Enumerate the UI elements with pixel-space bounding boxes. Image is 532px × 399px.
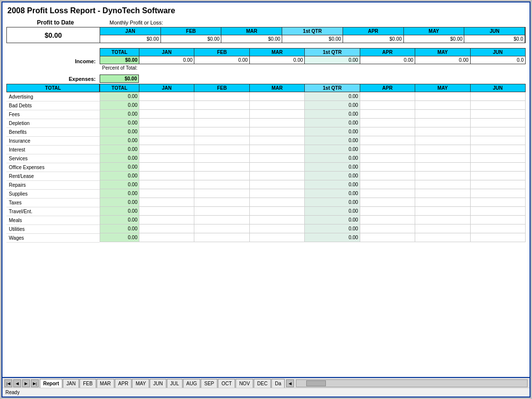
percent-label: Percent of Total:: [100, 65, 137, 71]
exp-row-wages: 0.00 0.00: [100, 233, 526, 242]
tab-nov[interactable]: NOV: [236, 379, 253, 388]
tab-jan[interactable]: JAN: [63, 379, 79, 388]
month-values: $0.00 $0.00 $0.00 $0.00 $0.00 $0.00 $0.0: [100, 35, 525, 43]
th-apr: APR: [360, 48, 415, 56]
tab-oct[interactable]: OCT: [218, 379, 235, 388]
scrollbar-thumb[interactable]: [306, 380, 326, 386]
expenses-data-table: TOTAL JAN FEB MAR 1st QTR APR MAY JUN 0.…: [100, 84, 526, 243]
exp-advertising-apr: [360, 92, 415, 101]
exp-label-depletion: Depletion: [6, 119, 100, 128]
exp-bad-debts-jan: [139, 101, 194, 110]
tab-scroll-right[interactable]: ◀: [286, 379, 294, 387]
exp-label-bad-debts: Bad Debts: [6, 101, 100, 110]
th-jan: JAN: [139, 48, 194, 56]
tab-da[interactable]: Da: [271, 379, 285, 388]
exp-th-may: MAY: [415, 84, 470, 92]
main-window: 2008 Profit Loss Report - DynoTech Softw…: [1, 1, 531, 398]
income-section: Income: TOTAL JAN FEB MAR 1st QTR APR MA…: [6, 48, 526, 71]
ph-jan: JAN: [100, 27, 161, 35]
exp-label-taxes: Taxes: [6, 199, 100, 207]
exp-row-bad-debts: 0.00 0.00: [100, 101, 526, 110]
profit-to-date-label: Profit to Date: [6, 19, 105, 26]
exp-advertising-feb: [194, 92, 249, 101]
th-jun: JUN: [470, 48, 526, 56]
exp-row-repairs: 0.00 0.00: [100, 180, 526, 189]
horizontal-scrollbar[interactable]: [296, 379, 528, 387]
ph-may: MAY: [404, 27, 465, 35]
exp-label-benefits: Benefits: [6, 128, 100, 137]
status-bar: Ready: [2, 388, 530, 397]
ph-jun: JUN: [464, 27, 525, 35]
exp-label-travel: Travel/Ent.: [6, 207, 100, 216]
income-label: Income:: [6, 58, 100, 64]
exp-label-repairs: Repairs: [6, 181, 100, 190]
monthly-profit-label: Monthly Profit or Loss:: [109, 20, 163, 25]
income-1qtr: 0.00: [304, 56, 359, 64]
tab-sep[interactable]: SEP: [201, 379, 217, 388]
exp-label-utilities: Utilities: [6, 225, 100, 234]
income-data-row: $0.00 0.00 0.00 0.00 0.00 0.00 0.00 0.0: [100, 56, 526, 64]
exp-row-benefits: 0.00 0.00: [100, 127, 526, 136]
exp-label-advertising: Advertising: [6, 93, 100, 101]
exp-th-1qtr: 1st QTR: [304, 84, 359, 92]
expenses-header-row: Expenses: $0.00: [6, 75, 526, 83]
content-area: Profit to Date Monthly Profit or Loss: $…: [2, 17, 530, 377]
status-text: Ready: [5, 390, 20, 395]
exp-label-fees: Fees: [6, 110, 100, 119]
exp-advertising-total: 0.00: [100, 92, 139, 101]
ph-1qtr: 1st QTR: [282, 27, 343, 35]
tab-mar[interactable]: MAR: [97, 379, 114, 388]
tab-apr[interactable]: APR: [115, 379, 132, 388]
exp-row-advertising: 0.00 0.00: [100, 92, 526, 101]
exp-th-feb: FEB: [194, 84, 249, 92]
expenses-total: $0.00: [100, 75, 139, 83]
row-labels-col: TOTAL Advertising Bad Debts Fees Depleti…: [6, 84, 100, 243]
exp-bad-debts-feb: [194, 101, 249, 110]
income-label-area: Income:: [6, 48, 100, 64]
exp-bad-debts-total: 0.00: [100, 101, 139, 110]
exp-label-wages: Wages: [6, 234, 100, 243]
exp-bad-debts-may: [415, 101, 470, 110]
exp-th-total: TOTAL: [100, 84, 139, 92]
income-total: $0.00: [100, 56, 139, 64]
total-header-label: TOTAL: [6, 84, 100, 92]
exp-header-row: TOTAL JAN FEB MAR 1st QTR APR MAY JUN: [100, 84, 526, 92]
tab-jul[interactable]: JUL: [167, 379, 183, 388]
exp-row-taxes: 0.00 0.00: [100, 198, 526, 207]
th-may: MAY: [415, 48, 470, 56]
exp-label-services: Services: [6, 154, 100, 163]
exp-row-meals: 0.00 0.00: [100, 216, 526, 224]
exp-row-utilities: 0.00 0.00: [100, 224, 526, 233]
income-feb: 0.00: [194, 56, 249, 64]
pv-1qtr: $0.00: [282, 35, 343, 43]
exp-row-services: 0.00 0.00: [100, 154, 526, 163]
tab-jun[interactable]: JUN: [150, 379, 166, 388]
income-data-table: TOTAL JAN FEB MAR 1st QTR APR MAY JUN $0…: [100, 48, 526, 64]
tab-dec[interactable]: DEC: [254, 379, 271, 388]
label-header-spacer: TOTAL: [6, 84, 100, 93]
exp-row-rent-lease: 0.00 0.00: [100, 172, 526, 180]
exp-row-insurance: 0.00 0.00: [100, 136, 526, 145]
tab-may[interactable]: MAY: [132, 379, 149, 388]
pv-jun: $0.0: [464, 35, 525, 43]
pv-mar: $0.00: [221, 35, 282, 43]
th-feb: FEB: [194, 48, 249, 56]
income-jun: 0.0: [470, 56, 526, 64]
exp-advertising-1qtr: 0.00: [304, 92, 359, 101]
exp-th-mar: MAR: [249, 84, 304, 92]
exp-row-travel: 0.00 0.00: [100, 207, 526, 216]
ph-mar: MAR: [221, 27, 282, 35]
tab-nav-prev[interactable]: ◀: [13, 379, 21, 387]
profit-months: JAN FEB MAR 1st QTR APR MAY JUN $0.00 $0…: [100, 27, 525, 43]
ph-feb: FEB: [161, 27, 222, 35]
tab-aug[interactable]: AUG: [183, 379, 201, 388]
tab-nav-next[interactable]: ▶: [22, 379, 30, 387]
exp-row-fees: 0.00 0.00: [100, 110, 526, 119]
pv-jan: $0.00: [100, 35, 161, 43]
tab-feb[interactable]: FEB: [80, 379, 96, 388]
tab-report[interactable]: Report: [40, 379, 62, 388]
pv-apr: $0.00: [343, 35, 404, 43]
exp-label-meals: Meals: [6, 216, 100, 225]
tab-nav-first[interactable]: |◀: [4, 379, 12, 387]
tab-nav-last[interactable]: ▶|: [31, 379, 39, 387]
